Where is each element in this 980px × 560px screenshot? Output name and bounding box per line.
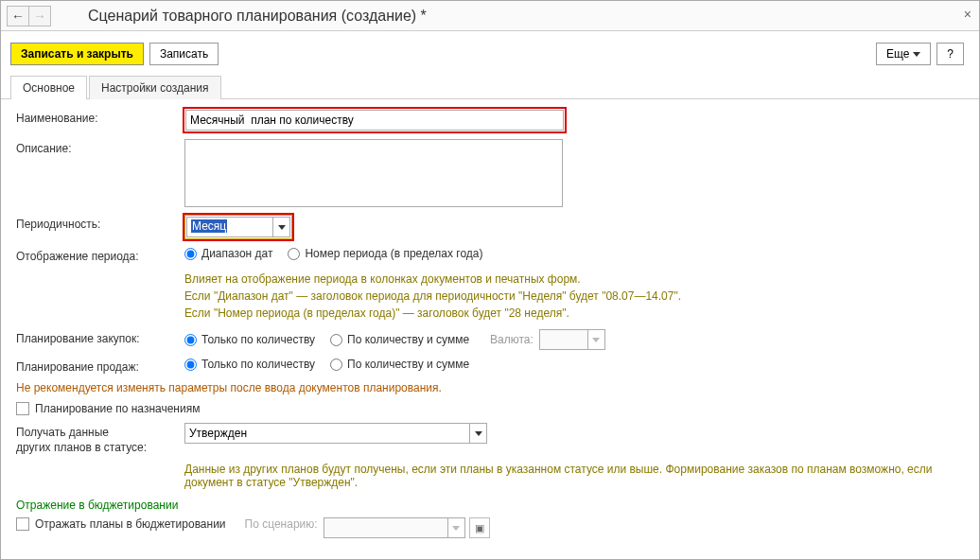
scenario-dropdown-icon [447, 518, 464, 537]
radio-sales-qty[interactable]: Только по количеству [184, 358, 315, 371]
forward-button[interactable]: → [28, 6, 51, 26]
description-textarea[interactable] [184, 139, 563, 207]
label-periodicity: Периодичность: [16, 215, 184, 231]
open-scenario-icon[interactable]: ▣ [469, 517, 490, 538]
radio-purchase-qty[interactable]: Только по количеству [184, 333, 315, 346]
label-description: Описание: [16, 139, 184, 155]
help-button[interactable]: ? [936, 43, 964, 65]
label-currency: Валюта: [490, 329, 605, 350]
label-purchase-planning: Планирование закупок: [16, 329, 184, 345]
highlight-period-inner: Месяц [185, 216, 291, 238]
tab-main[interactable]: Основное [10, 76, 87, 99]
save-close-button[interactable]: Записать и закрыть [10, 43, 144, 65]
label-period-display: Отображение периода: [16, 247, 184, 263]
toolbar: Записать и закрыть Записать Еще ? [1, 31, 979, 75]
window: ← → Сценарий товарного планирования (соз… [0, 0, 980, 560]
chevron-down-icon [913, 52, 920, 57]
back-button[interactable]: ← [7, 6, 29, 26]
periodicity-combo[interactable]: Месяц [186, 217, 290, 237]
label-name: Наименование: [16, 109, 184, 125]
checkbox-reflect-budget[interactable] [16, 517, 29, 531]
checkbox-by-purpose[interactable] [16, 402, 29, 415]
label-by-scenario: По сценарию: [245, 517, 318, 531]
highlight-name [184, 109, 565, 131]
highlight-period-outer: Месяц [184, 215, 292, 239]
more-button[interactable]: Еще [876, 43, 931, 65]
tabs: Основное Настройки создания [1, 75, 979, 99]
hint-period: Влияет на отображение периода в колонках… [184, 271, 964, 322]
titlebar: ← → Сценарий товарного планирования (соз… [1, 1, 979, 31]
heading-budget: Отражение в бюджетировании [16, 499, 964, 512]
page-title: Сценарий товарного планирования (создани… [88, 8, 427, 25]
save-button[interactable]: Записать [149, 43, 219, 65]
scenario-input [324, 518, 447, 537]
label-sales-planning: Планирование продаж: [16, 358, 184, 374]
radio-purchase-qty-sum[interactable]: По количеству и сумме [330, 333, 469, 346]
status-input[interactable] [185, 424, 469, 443]
hint-status: Данные из других планов будут получены, … [184, 463, 964, 489]
form-content: Наименование: Описание: Периодичность: М… [1, 99, 979, 555]
radio-date-range[interactable]: Диапазон дат [184, 247, 272, 260]
label-reflect-budget: Отражать планы в бюджетировании [35, 517, 226, 531]
radio-sales-qty-sum[interactable]: По количеству и сумме [330, 358, 469, 371]
periodicity-dropdown-icon[interactable] [272, 218, 289, 236]
name-input[interactable] [185, 110, 564, 131]
currency-dropdown-icon [587, 330, 604, 349]
tab-settings[interactable]: Настройки создания [89, 76, 221, 99]
status-combo[interactable] [184, 423, 487, 444]
currency-input [540, 330, 587, 349]
status-dropdown-icon[interactable] [469, 424, 486, 443]
label-get-data: Получать данные других планов в статусе: [16, 423, 184, 455]
label-by-purpose: Планирование по назначениям [35, 402, 200, 415]
currency-combo [539, 329, 605, 350]
scenario-combo [324, 517, 465, 538]
close-icon[interactable]: × [964, 7, 971, 22]
radio-period-number[interactable]: Номер периода (в пределах года) [288, 247, 482, 260]
warning-text: Не рекомендуется изменять параметры посл… [16, 381, 964, 394]
